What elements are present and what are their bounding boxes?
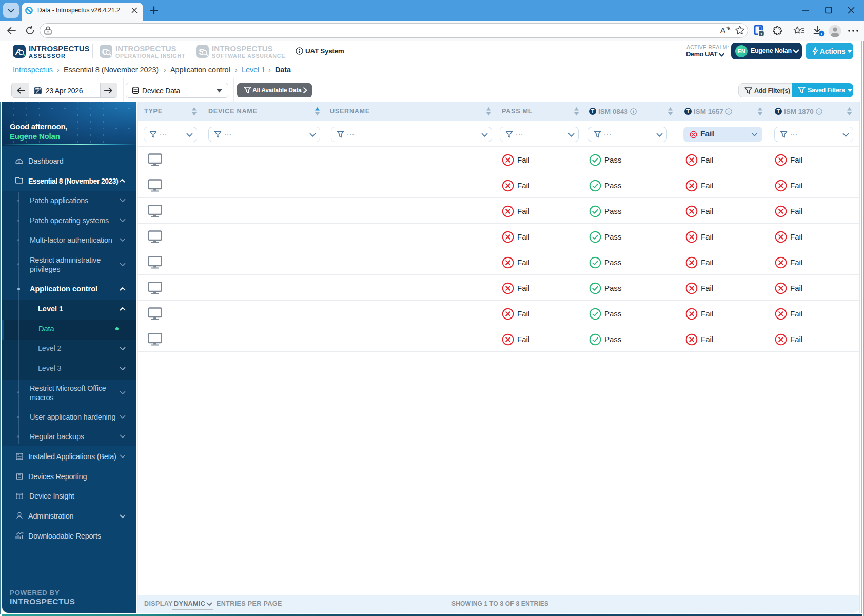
- svg-text:A: A: [720, 26, 725, 34]
- svg-text:1: 1: [760, 32, 763, 36]
